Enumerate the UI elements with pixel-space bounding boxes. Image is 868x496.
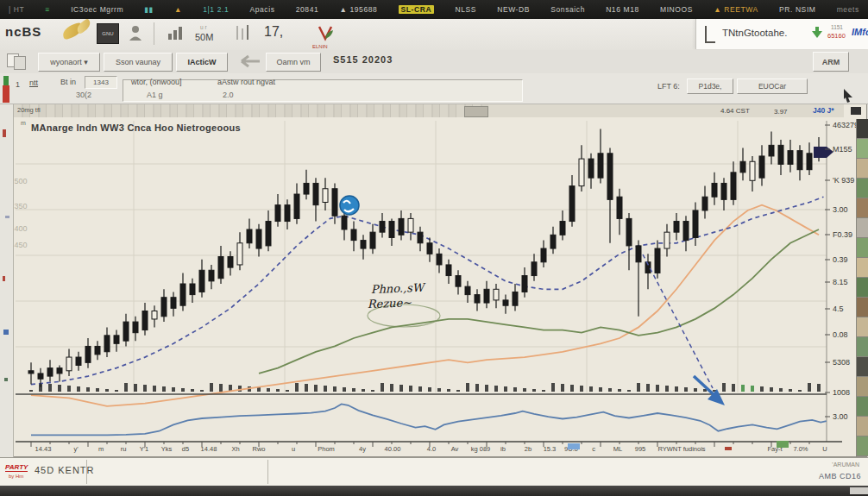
ticker-item-5: 1|1 2.1 — [203, 5, 229, 14]
status-red-label: PARTY — [5, 463, 28, 472]
plant-caption: ELNIN — [312, 44, 328, 49]
arm-label: ARM — [822, 58, 840, 66]
fifty-m-label[interactable]: 50M — [195, 32, 213, 42]
ticker-item-0: | HT — [9, 5, 24, 14]
ticker-item-13: N16 M18 — [606, 5, 639, 14]
svg-text:7.0%: 7.0% — [793, 445, 808, 453]
parameter-panel — [123, 79, 523, 102]
left-speck-2 — [5, 216, 9, 218]
side-thumb-16 — [857, 436, 868, 456]
ticker-item-1: ≡ — [45, 5, 50, 14]
gnu-thumbnail-button[interactable]: GNU — [97, 23, 119, 44]
svg-text:40.00: 40.00 — [385, 445, 401, 453]
toolbar-separator — [154, 22, 154, 45]
svg-text:400: 400 — [14, 224, 27, 233]
svg-text:2b: 2b — [525, 445, 531, 453]
svg-text:15.3: 15.3 — [544, 445, 557, 453]
ticker-item-17: meets — [837, 5, 859, 14]
side-thumb-9 — [857, 298, 868, 317]
strip-corner-icon[interactable] — [851, 107, 861, 115]
svg-text:4.5: 4.5 — [833, 305, 844, 313]
svg-text:8.15: 8.15 — [833, 278, 848, 286]
left-edge-panel — [0, 104, 14, 457]
dropdown-2-label: Sson vaunay — [116, 58, 160, 66]
status-bar: PARTY by Hm 45D KENTR 'ARUMAN AMB CD16 — [0, 457, 868, 487]
chart-icon[interactable] — [167, 25, 185, 41]
left-speck-5 — [4, 378, 8, 381]
fifty-m-caption: u r — [200, 24, 207, 30]
svg-text:Phom: Phom — [318, 445, 335, 453]
field-label-2[interactable]: ntt — [29, 78, 38, 87]
group3-label: aAstw rout ngvat — [217, 78, 275, 86]
side-thumb-0 — [857, 119, 868, 139]
settings-toolbar: 1 ntt Bt in 1343 30(2 wtor, (onwoou] A1 … — [0, 73, 868, 104]
green-arrow-icon[interactable] — [810, 26, 824, 40]
columns-icon[interactable] — [235, 24, 252, 41]
taskbar-strip — [0, 486, 868, 496]
group2-label: wtor, (onwoou] — [131, 78, 182, 86]
ticker-item-14: MINOOS — [660, 5, 693, 14]
ticker-item-6: Apacis — [249, 5, 274, 14]
active-view-button[interactable]: IActicW — [176, 53, 228, 72]
back-arrow-icon[interactable] — [231, 54, 261, 68]
side-thumb-8 — [857, 278, 868, 298]
side-thumb-3 — [857, 179, 868, 198]
svg-text:ru: ru — [121, 445, 127, 453]
euocar-button[interactable]: EUOCar — [737, 78, 808, 94]
side-thumb-12 — [857, 357, 868, 377]
app-brand: ncBS — [5, 24, 41, 39]
ticker-item-10: NLSS — [455, 5, 476, 14]
group1-value: 1343 — [93, 78, 109, 86]
ticker-item-15: ▲ REETWA — [714, 5, 758, 14]
svg-text:m: m — [98, 445, 104, 453]
candlesticks[interactable] — [28, 129, 821, 386]
side-thumb-15 — [857, 417, 868, 436]
dropdown-1-label: wyonaort ▾ — [50, 58, 88, 66]
dropdown-button-1[interactable]: wyonaort ▾ — [38, 53, 100, 72]
svg-text:RYWNT fudinois: RYWNT fudinois — [657, 445, 705, 453]
group1-value-box[interactable]: 1343 — [85, 76, 117, 89]
gnu-label: GNU — [102, 31, 113, 36]
right-brand: IMfc — [852, 27, 868, 37]
arm-button[interactable]: ARM — [813, 52, 849, 72]
clock-right: J40 J* — [813, 106, 834, 115]
secondary-toolbar: wyonaort ▾ Sson vaunay IActicW Oamn vm S… — [0, 50, 868, 74]
side-thumb-4 — [857, 198, 868, 218]
side-thumb-13 — [857, 377, 868, 397]
ticker-item-16: PR. NSIM — [779, 5, 816, 14]
dropdown-button-2[interactable]: Sson vaunay — [104, 53, 173, 72]
clock-mid: 3.97 — [774, 108, 788, 116]
side-thumb-2 — [857, 159, 868, 179]
p1d3e-button[interactable]: P1d3e, — [687, 78, 733, 94]
euocar-label: EUOCar — [758, 82, 786, 91]
bracket-icon — [705, 26, 715, 43]
group2-sub: A1 g — [147, 91, 163, 99]
toolbar-right-panel: TNtnGtootahe. 1151 65160 IMfc — [695, 19, 868, 49]
window-icon-2 — [14, 56, 26, 70]
ma-blue-dashed-line — [31, 197, 824, 384]
side-thumbnail-strip[interactable] — [856, 119, 868, 457]
svg-text:3.00: 3.00 — [833, 412, 848, 421]
user-icon[interactable] — [128, 24, 143, 41]
top-ticker-bar: | HT≡IC3oec Mgrrm▮▮▲1|1 2.1Apacis20841▲ … — [0, 0, 868, 19]
status-right-top: 'ARUMAN — [832, 461, 859, 468]
svg-text:c: c — [592, 445, 595, 453]
oscillator-line — [31, 404, 827, 435]
svg-text:kg 089: kg 089 — [471, 445, 491, 453]
svg-text:450: 450 — [14, 241, 27, 249]
dropdown-button-3[interactable]: Oamn vm — [266, 53, 321, 72]
status-right-bottom: AMB CD16 — [819, 472, 861, 480]
ticker-item-11: NEW-DB — [497, 5, 530, 14]
ma-orange-line — [31, 205, 819, 406]
right-num-top: 1151 — [831, 24, 843, 30]
svg-text:4y: 4y — [359, 445, 366, 453]
status-red-sub: by Hm — [9, 474, 23, 479]
seventeen-label[interactable]: 17, — [264, 24, 283, 40]
title-superscript: m — [21, 120, 26, 126]
right-panel-title[interactable]: TNtnGtootahe. — [722, 28, 787, 38]
scrollbar-handle[interactable] — [464, 106, 488, 117]
svg-text:5308: 5308 — [833, 358, 850, 367]
svg-text:463279: 463279 — [833, 121, 859, 129]
plant-icon[interactable] — [316, 24, 335, 43]
svg-text:U: U — [822, 445, 827, 453]
